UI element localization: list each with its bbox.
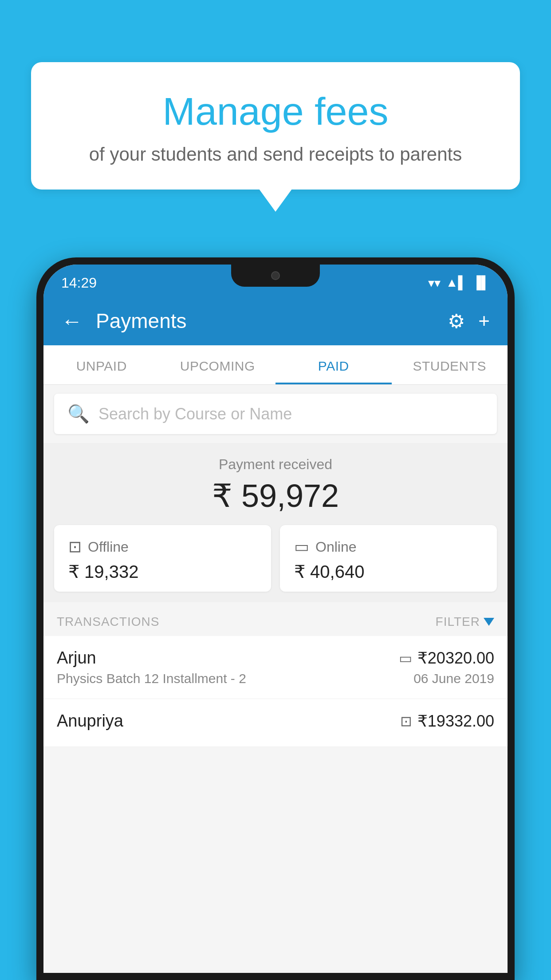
tab-paid[interactable]: PAID [276, 345, 392, 384]
offline-label: Offline [88, 539, 129, 555]
status-icons: ▾▾ ▲▌ ▐▌ [428, 276, 490, 290]
transaction-amount: ₹20320.00 [417, 649, 494, 668]
signal-icon: ▲▌ [446, 276, 467, 290]
transaction-row[interactable]: Anupriya ⊡ ₹19332.00 [43, 699, 508, 747]
offline-amount: ₹ 19,332 [68, 561, 138, 582]
payment-total-amount: ₹ 59,972 [54, 477, 497, 514]
payment-summary: Payment received ₹ 59,972 ⊡ Offline ₹ 19… [43, 443, 508, 602]
transaction-top: Anupriya ⊡ ₹19332.00 [57, 711, 494, 731]
online-card: ▭ Online ₹ 40,640 [280, 525, 497, 592]
phone-notch [231, 265, 320, 287]
transaction-name: Anupriya [57, 711, 123, 731]
add-button[interactable]: + [478, 310, 490, 332]
transaction-amount: ₹19332.00 [417, 712, 494, 731]
online-amount: ₹ 40,640 [294, 561, 364, 582]
filter-button[interactable]: FILTER [436, 615, 494, 629]
settings-button[interactable]: ⚙ [448, 310, 465, 332]
transactions-label: TRANSACTIONS [57, 615, 159, 629]
header-title: Payments [96, 309, 448, 333]
tabs-bar: UNPAID UPCOMING PAID STUDENTS [43, 345, 508, 385]
transaction-amount-block: ⊡ ₹19332.00 [400, 712, 494, 731]
battery-icon: ▐▌ [472, 276, 490, 290]
offline-card: ⊡ Offline ₹ 19,332 [54, 525, 271, 592]
transaction-bottom: Physics Batch 12 Installment - 2 06 June… [57, 671, 494, 686]
status-time: 14:29 [61, 275, 97, 291]
phone-inner: 14:29 ▾▾ ▲▌ ▐▌ ← Payments ⚙ + UNPAID UPC… [43, 265, 508, 973]
offline-icon: ⊡ [68, 537, 82, 556]
speech-bubble-subtitle: of your students and send receipts to pa… [53, 144, 498, 165]
payment-received-label: Payment received [54, 456, 497, 473]
wifi-icon: ▾▾ [428, 276, 441, 290]
offline-card-header: ⊡ Offline [68, 537, 129, 556]
phone-frame: 14:29 ▾▾ ▲▌ ▐▌ ← Payments ⚙ + UNPAID UPC… [36, 257, 515, 980]
offline-payment-icon: ⊡ [400, 713, 412, 730]
transaction-name: Arjun [57, 648, 96, 668]
transaction-course: Physics Batch 12 Installment - 2 [57, 671, 246, 686]
header-actions: ⚙ + [448, 310, 490, 332]
payment-cards: ⊡ Offline ₹ 19,332 ▭ Online ₹ 40,640 [54, 525, 497, 592]
speech-bubble: Manage fees of your students and send re… [31, 62, 520, 190]
app-header: ← Payments ⚙ + [43, 296, 508, 345]
transaction-row[interactable]: Arjun ▭ ₹20320.00 Physics Batch 12 Insta… [43, 636, 508, 699]
online-icon: ▭ [294, 537, 309, 556]
filter-icon [484, 618, 494, 626]
transactions-header: TRANSACTIONS FILTER [43, 602, 508, 636]
speech-bubble-container: Manage fees of your students and send re… [31, 62, 520, 190]
search-bar[interactable]: 🔍 Search by Course or Name [54, 394, 497, 434]
content-area: 🔍 Search by Course or Name Payment recei… [43, 385, 508, 972]
front-camera [271, 271, 280, 280]
search-icon: 🔍 [67, 403, 90, 424]
filter-label: FILTER [436, 615, 480, 629]
card-payment-icon: ▭ [399, 650, 412, 667]
speech-bubble-title: Manage fees [53, 89, 498, 134]
tab-upcoming[interactable]: UPCOMING [160, 345, 276, 384]
tab-unpaid[interactable]: UNPAID [43, 345, 160, 384]
tab-students[interactable]: STUDENTS [392, 345, 508, 384]
transaction-date: 06 June 2019 [413, 671, 494, 686]
back-button[interactable]: ← [61, 309, 83, 333]
online-card-header: ▭ Online [294, 537, 357, 556]
transaction-top: Arjun ▭ ₹20320.00 [57, 648, 494, 668]
transaction-amount-block: ▭ ₹20320.00 [399, 649, 494, 668]
search-input[interactable]: Search by Course or Name [98, 405, 292, 423]
online-label: Online [315, 539, 357, 555]
